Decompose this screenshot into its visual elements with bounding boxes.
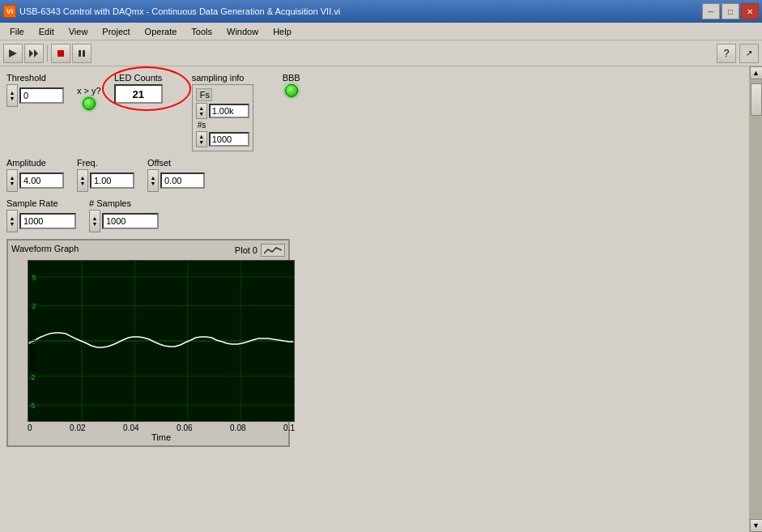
num-samples-control: # Samples ▲ ▼	[89, 198, 159, 232]
bbb-control: BBB	[283, 73, 300, 97]
threshold-label: Threshold	[6, 73, 46, 83]
run-continuous-button[interactable]	[24, 44, 44, 63]
x-tick-1: 0.02	[70, 423, 85, 432]
svg-text:2: 2	[32, 302, 36, 310]
plot-icon-button[interactable]	[261, 244, 285, 257]
offset-control: Offset ▲ ▼	[147, 158, 205, 192]
svg-text:5: 5	[32, 274, 36, 282]
svg-rect-4	[79, 50, 81, 57]
control-row-3: Sample Rate ▲ ▼ # Samples ▲ ▼	[6, 198, 743, 232]
svg-marker-1	[29, 49, 33, 57]
scrollbar-thumb[interactable]	[751, 83, 762, 116]
x-greater-y-label: x > y?	[77, 86, 101, 96]
help-button[interactable]: ?	[717, 44, 736, 63]
freq-input-group: ▲ ▼	[77, 169, 134, 192]
x-tick-3: 0.06	[177, 423, 192, 432]
toolbar-separator-1	[47, 45, 48, 62]
ns-spinner[interactable]: ▲ ▼	[196, 131, 207, 147]
num-samples-spinner[interactable]: ▲ ▼	[89, 210, 100, 232]
led-counts-field: 21	[114, 84, 163, 104]
ns-label: #s	[196, 121, 249, 130]
amplitude-spinner[interactable]: ▲ ▼	[6, 169, 18, 192]
sample-rate-field[interactable]	[19, 213, 76, 229]
x-axis-title: Time	[28, 432, 295, 442]
threshold-spinner[interactable]: ▲ ▼	[6, 84, 18, 107]
svg-text:-2: -2	[29, 373, 36, 381]
waveform-graph: Waveform Graph Plot 0 Amplitude	[6, 239, 290, 447]
fs-spinner[interactable]: ▲ ▼	[196, 103, 207, 119]
sampling-info-control: sampling info Fs ▲ ▼ #s	[192, 73, 253, 151]
x-greater-y-led	[83, 97, 96, 110]
x-tick-2: 0.04	[123, 423, 138, 432]
fs-field[interactable]	[209, 104, 249, 118]
control-row-1: Threshold ▲ ▼ x > y? LED Counts 21	[6, 73, 743, 151]
menu-edit[interactable]: Edit	[32, 25, 61, 38]
sampling-info-label: sampling info	[192, 73, 245, 83]
offset-field[interactable]	[160, 172, 205, 189]
sample-rate-spinner[interactable]: ▲ ▼	[6, 210, 18, 232]
threshold-control: Threshold ▲ ▼	[6, 73, 64, 107]
x-tick-4: 0.08	[230, 423, 245, 432]
menu-project[interactable]: Project	[96, 25, 136, 38]
amplitude-input-group: ▲ ▼	[6, 169, 64, 192]
threshold-input-group: ▲ ▼	[6, 84, 64, 107]
sampling-info-box: Fs ▲ ▼ #s ▲ ▼	[192, 84, 253, 151]
stop-button[interactable]	[51, 44, 70, 63]
threshold-field[interactable]	[19, 87, 64, 104]
control-row-2: Amplitude ▲ ▼ Freq. ▲ ▼	[6, 158, 743, 192]
title-bar: VI USB-6343 Control with DAQmx - Continu…	[0, 0, 762, 23]
offset-spinner[interactable]: ▲ ▼	[147, 169, 159, 192]
pause-button[interactable]	[72, 44, 92, 63]
menu-operate[interactable]: Operate	[138, 25, 184, 38]
run-button[interactable]	[3, 44, 23, 63]
amplitude-label: Amplitude	[6, 158, 46, 168]
offset-input-group: ▲ ▼	[147, 169, 205, 192]
svg-text:-5: -5	[29, 402, 36, 410]
menu-bar: File Edit View Project Operate Tools Win…	[0, 23, 762, 40]
offset-label: Offset	[147, 158, 171, 168]
plot-label: Plot 0	[235, 245, 258, 255]
menu-help[interactable]: Help	[266, 25, 298, 38]
bbb-led	[285, 84, 298, 97]
scrollbar-down-button[interactable]: ▼	[750, 519, 763, 532]
num-samples-field[interactable]	[102, 213, 159, 229]
ns-field[interactable]	[209, 132, 249, 147]
x-axis-labels: 0 0.02 0.04 0.06 0.08 0.1	[28, 423, 295, 432]
graph-svg: 5 2 0 -2 -5	[28, 260, 295, 422]
bbb-label: BBB	[283, 73, 300, 83]
toolbar: ? ↗	[0, 40, 762, 66]
close-button[interactable]: ✕	[741, 3, 759, 19]
context-help-button[interactable]: ↗	[739, 44, 759, 63]
x-tick-0: 0	[28, 423, 32, 432]
maximize-button[interactable]: □	[722, 3, 739, 19]
menu-view[interactable]: View	[62, 25, 95, 38]
amplitude-field[interactable]	[19, 172, 64, 189]
num-samples-input-group: ▲ ▼	[89, 210, 159, 232]
num-samples-label: # Samples	[89, 198, 131, 208]
scrollbar-up-button[interactable]: ▲	[750, 66, 763, 79]
sample-rate-input-group: ▲ ▼	[6, 210, 76, 232]
fs-label: Fs	[196, 88, 212, 101]
plot-controls: Plot 0	[235, 244, 285, 257]
freq-control: Freq. ▲ ▼	[77, 158, 134, 192]
toolbar-right: ? ↗	[717, 44, 759, 63]
x-tick-5: 0.1	[283, 423, 295, 432]
menu-window[interactable]: Window	[220, 25, 265, 38]
scrollbar-track[interactable]	[750, 79, 763, 519]
menu-tools[interactable]: Tools	[185, 25, 219, 38]
svg-marker-0	[9, 49, 17, 57]
graph-area: Amplitude 5 2 0 -2	[28, 260, 285, 442]
app-icon: VI	[3, 5, 16, 18]
minimize-button[interactable]: ─	[702, 3, 720, 19]
main-content: Threshold ▲ ▼ x > y? LED Counts 21	[0, 66, 762, 532]
sample-rate-label: Sample Rate	[6, 198, 58, 208]
window-controls: ─ □ ✕	[702, 3, 759, 19]
menu-file[interactable]: File	[3, 25, 31, 38]
freq-field[interactable]	[90, 172, 134, 189]
svg-rect-5	[83, 50, 85, 57]
right-scrollbar: ▲ ▼	[749, 66, 762, 532]
svg-rect-3	[57, 50, 64, 57]
freq-label: Freq.	[77, 158, 98, 168]
amplitude-control: Amplitude ▲ ▼	[6, 158, 64, 192]
freq-spinner[interactable]: ▲ ▼	[77, 169, 88, 192]
